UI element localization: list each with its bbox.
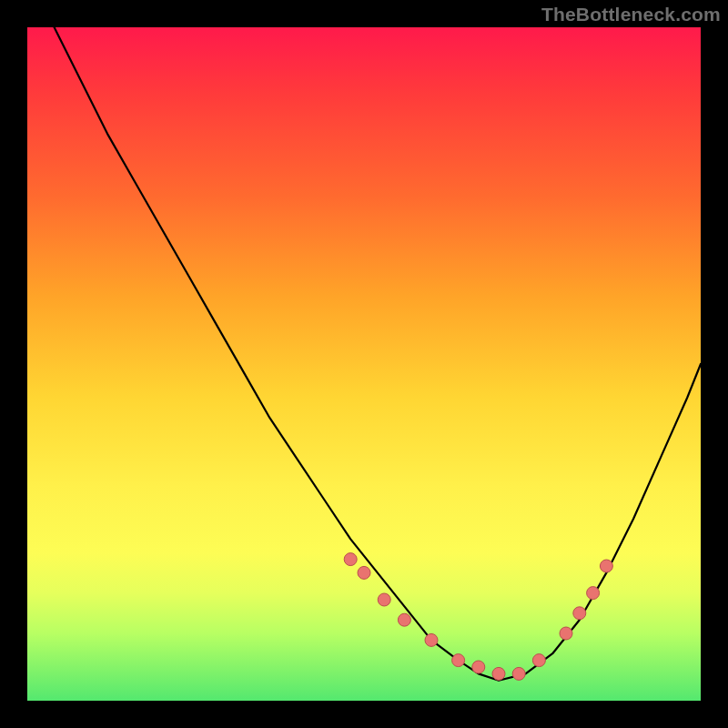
chart-frame: TheBottleneck.com [0, 0, 728, 728]
marker-dot [600, 560, 612, 572]
curve-svg [27, 27, 701, 701]
marker-dots [344, 553, 612, 681]
marker-dot [398, 613, 410, 626]
marker-dot [344, 553, 357, 566]
bottleneck-curve [55, 27, 701, 681]
marker-dot [358, 566, 370, 579]
marker-dot [587, 587, 600, 600]
marker-dot [472, 661, 485, 673]
marker-dot [560, 627, 572, 640]
marker-dot [532, 654, 545, 667]
marker-dot [425, 633, 438, 646]
plot-area [27, 27, 701, 701]
marker-dot [573, 607, 586, 620]
marker-dot [452, 654, 465, 667]
marker-dot [492, 667, 505, 680]
marker-dot [378, 593, 390, 606]
marker-dot [512, 667, 525, 680]
watermark-label: TheBottleneck.com [541, 4, 721, 25]
